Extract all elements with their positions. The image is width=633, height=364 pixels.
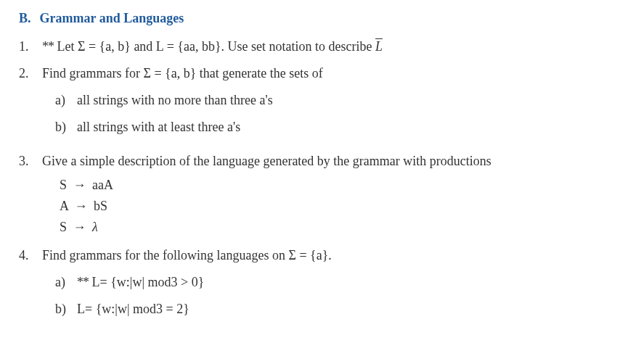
sub-item-a: a) ** L= {w:|w| mod3 > 0} bbox=[42, 273, 610, 292]
sub-text: L= {w:|w| mod3 = 2} bbox=[77, 299, 189, 319]
arrow-icon: → bbox=[73, 218, 86, 237]
sub-letter: b) bbox=[55, 117, 77, 137]
question-body: Give a simple description of the languag… bbox=[42, 152, 610, 239]
sub-item-b: b) all strings with at least three a's bbox=[42, 117, 610, 137]
production-2: A → bS bbox=[60, 197, 610, 216]
prod-lhs: S bbox=[60, 220, 67, 234]
question-3: 3. Give a simple description of the lang… bbox=[13, 152, 610, 239]
production-1: S → aaA bbox=[60, 175, 610, 195]
question-2: 2. Find grammars for Σ = {a, b} that gen… bbox=[13, 64, 610, 144]
question-body: Find grammars for the following language… bbox=[42, 246, 610, 326]
prod-lhs: A bbox=[60, 199, 68, 213]
sub-list: a) ** L= {w:|w| mod3 > 0} b) L= {w:|w| m… bbox=[42, 273, 610, 319]
l-bar-symbol: L bbox=[375, 39, 383, 54]
section-letter: B. bbox=[19, 9, 36, 28]
question-body: ** Let Σ = {a, b} and L = {aa, bb}. Use … bbox=[42, 37, 610, 57]
question-1: 1. ** Let Σ = {a, b} and L = {aa, bb}. U… bbox=[13, 37, 610, 57]
q1-text: Let Σ = {a, b} and L = {aa, bb}. Use set… bbox=[57, 39, 376, 54]
prod-lhs: S bbox=[60, 178, 67, 192]
sub-letter: b) bbox=[55, 299, 77, 319]
arrow-icon: → bbox=[75, 197, 88, 216]
sub-item-b: b) L= {w:|w| mod3 = 2} bbox=[42, 299, 610, 319]
section-title: Grammar and Languages bbox=[40, 11, 184, 25]
productions-block: S → aaA A → bS S → λ bbox=[42, 175, 610, 237]
sub-letter: a) bbox=[55, 91, 77, 110]
sub-text: all strings with at least three a's bbox=[77, 117, 240, 137]
question-number: 4. bbox=[19, 246, 42, 326]
arrow-icon: → bbox=[73, 175, 86, 195]
prod-rhs: bS bbox=[94, 199, 107, 213]
sub-text: L= {w:|w| mod3 > 0} bbox=[92, 275, 205, 289]
sub-list: a) all strings with no more than three a… bbox=[42, 91, 610, 137]
stars-marker: ** bbox=[42, 39, 54, 54]
question-number: 1. bbox=[19, 37, 42, 57]
question-body: Find grammars for Σ = {a, b} that genera… bbox=[42, 64, 610, 144]
prod-rhs: λ bbox=[92, 220, 98, 234]
stars-marker: ** bbox=[77, 275, 89, 289]
sub-letter: a) bbox=[55, 273, 77, 292]
sub-text-wrap: ** L= {w:|w| mod3 > 0} bbox=[77, 273, 204, 292]
section-header: B. Grammar and Languages bbox=[13, 9, 610, 28]
question-text: Give a simple description of the languag… bbox=[42, 152, 610, 171]
question-4: 4. Find grammars for the following langu… bbox=[13, 246, 610, 326]
question-number: 2. bbox=[19, 64, 42, 144]
question-text: ** Let Σ = {a, b} and L = {aa, bb}. Use … bbox=[42, 39, 383, 54]
question-number: 3. bbox=[19, 152, 42, 239]
question-list: 1. ** Let Σ = {a, b} and L = {aa, bb}. U… bbox=[13, 37, 610, 326]
prod-rhs: aaA bbox=[92, 178, 113, 192]
production-3: S → λ bbox=[60, 218, 610, 237]
sub-text: all strings with no more than three a's bbox=[77, 91, 273, 110]
sub-item-a: a) all strings with no more than three a… bbox=[42, 91, 610, 110]
question-text: Find grammars for the following language… bbox=[42, 248, 332, 262]
question-text: Find grammars for Σ = {a, b} that genera… bbox=[42, 66, 323, 80]
